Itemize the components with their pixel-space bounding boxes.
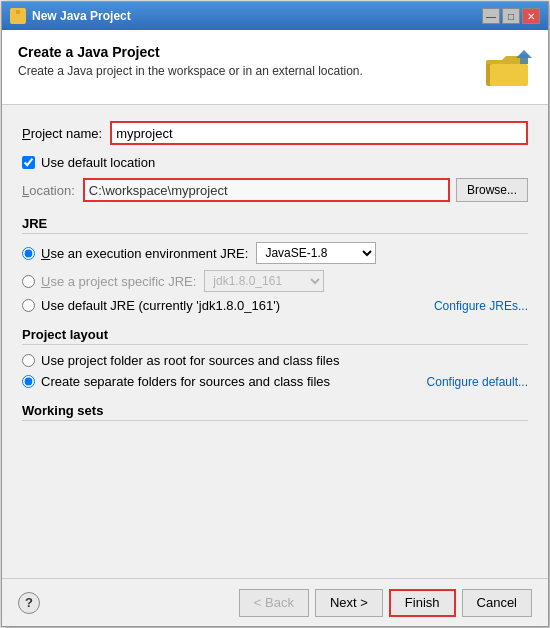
svg-rect-2	[16, 10, 20, 14]
back-button[interactable]: < Back	[239, 589, 309, 617]
footer-left: ?	[18, 592, 40, 614]
location-label: Location:	[22, 183, 75, 198]
window: New Java Project — □ ✕ Create a Java Pro…	[1, 1, 549, 627]
maximize-button[interactable]: □	[502, 8, 520, 24]
location-row: Location: Browse...	[22, 178, 528, 202]
jre-section: JRE Use an execution environment JRE: Ja…	[22, 216, 528, 313]
svg-marker-6	[516, 50, 532, 58]
jre-option3-row: Use default JRE (currently 'jdk1.8.0_161…	[22, 298, 528, 313]
jre-option2-label: Use a project specific JRE:	[41, 274, 196, 289]
jre-option2-radio[interactable]	[22, 275, 35, 288]
jre-option1-label: Use an execution environment JRE:	[41, 246, 248, 261]
project-name-row: Project name:	[22, 121, 528, 145]
cancel-button[interactable]: Cancel	[462, 589, 532, 617]
configure-default-link[interactable]: Configure default...	[427, 375, 528, 389]
layout-section-title: Project layout	[22, 327, 528, 345]
jre-environment-dropdown[interactable]: JavaSE-1.8 JavaSE-11 JavaSE-17	[256, 242, 376, 264]
layout-option2-radio[interactable]	[22, 375, 35, 388]
minimize-button[interactable]: —	[482, 8, 500, 24]
titlebar: New Java Project — □ ✕	[2, 2, 548, 30]
working-sets-section: Working sets	[22, 403, 528, 421]
footer: ? < Back Next > Finish Cancel	[2, 578, 548, 626]
layout-section: Project layout Use project folder as roo…	[22, 327, 528, 389]
jre-option1-row: Use an execution environment JRE: JavaSE…	[22, 242, 528, 264]
layout-option2-row: Create separate folders for sources and …	[22, 374, 528, 389]
close-button[interactable]: ✕	[522, 8, 540, 24]
help-button[interactable]: ?	[18, 592, 40, 614]
jre-option3-radio[interactable]	[22, 299, 35, 312]
layout-option1-radio[interactable]	[22, 354, 35, 367]
next-button[interactable]: Next >	[315, 589, 383, 617]
titlebar-left: New Java Project	[10, 8, 131, 24]
browse-button[interactable]: Browse...	[456, 178, 528, 202]
titlebar-buttons: — □ ✕	[482, 8, 540, 24]
footer-right: < Back Next > Finish Cancel	[239, 589, 532, 617]
header-description: Create a Java project in the workspace o…	[18, 64, 363, 78]
window-title: New Java Project	[32, 9, 131, 23]
layout-option1-row: Use project folder as root for sources a…	[22, 353, 528, 368]
working-sets-title: Working sets	[22, 403, 528, 421]
location-input[interactable]	[83, 178, 450, 202]
content: Project name: Use default location Locat…	[2, 105, 548, 578]
header-text: Create a Java Project Create a Java proj…	[18, 44, 363, 78]
finish-button[interactable]: Finish	[389, 589, 456, 617]
use-default-location-row: Use default location	[22, 155, 528, 170]
jre-specific-dropdown: jdk1.8.0_161	[204, 270, 324, 292]
layout-option1-label: Use project folder as root for sources a…	[41, 353, 339, 368]
project-name-input[interactable]	[110, 121, 528, 145]
jre-option1-radio[interactable]	[22, 247, 35, 260]
header-section: Create a Java Project Create a Java proj…	[2, 30, 548, 105]
configure-jres-link[interactable]: Configure JREs...	[434, 299, 528, 313]
header-icon	[484, 44, 532, 92]
java-icon	[10, 8, 26, 24]
jre-option3-label: Use default JRE (currently 'jdk1.8.0_161…	[41, 298, 280, 313]
svg-rect-4	[490, 64, 528, 86]
jre-option2-row: Use a project specific JRE: jdk1.8.0_161	[22, 270, 528, 292]
project-name-label: Project name:	[22, 126, 102, 141]
use-default-location-checkbox[interactable]	[22, 156, 35, 169]
jre-section-title: JRE	[22, 216, 528, 234]
header-title: Create a Java Project	[18, 44, 363, 60]
layout-option2-label: Create separate folders for sources and …	[41, 374, 330, 389]
use-default-location-label: Use default location	[41, 155, 155, 170]
